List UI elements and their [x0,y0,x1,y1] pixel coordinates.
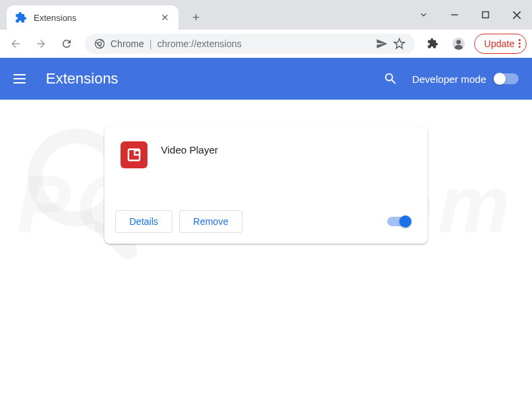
window-controls [408,0,532,30]
svg-point-12 [457,40,461,44]
toggle-knob [494,73,506,85]
address-host: Chrome [110,38,144,49]
remove-button[interactable]: Remove [179,210,242,233]
address-path: chrome://extensions [157,38,241,49]
content-area: Video Player Details Remove [0,100,532,271]
extension-app-icon [121,141,147,168]
forward-button[interactable] [31,34,51,54]
update-button[interactable]: Update [474,34,527,54]
svg-rect-3 [483,12,489,18]
profile-icon[interactable] [448,34,469,54]
send-icon[interactable] [376,38,388,50]
details-button[interactable]: Details [115,210,172,233]
window-title-bar: Extensions ✕ + [0,0,532,30]
star-icon[interactable] [393,38,405,50]
browser-tab[interactable]: Extensions ✕ [7,5,178,30]
toggle-knob [399,215,411,228]
card-footer: Details Remove [104,202,428,244]
chevron-down-icon[interactable] [408,1,439,28]
tab-title: Extensions [34,13,153,23]
puzzle-icon [15,11,27,24]
address-bar[interactable]: Chrome | chrome://extensions [85,34,415,54]
update-label: Update [484,38,514,49]
hamburger-menu-icon[interactable] [13,71,30,87]
close-window-button[interactable] [501,1,532,28]
page-title: Extensions [46,70,377,88]
extension-enable-toggle[interactable] [387,217,410,226]
svg-point-6 [95,39,104,48]
search-icon[interactable] [377,65,404,92]
svg-rect-14 [135,151,139,155]
address-separator: | [149,38,152,49]
new-tab-button[interactable]: + [187,8,205,27]
extensions-header: Extensions Developer mode [0,58,532,100]
extension-name: Video Player [161,141,218,168]
browser-toolbar: Chrome | chrome://extensions Update [0,30,532,58]
menu-dots-icon [519,39,521,48]
back-button[interactable] [5,34,26,54]
card-body: Video Player [104,127,428,202]
extension-card: Video Player Details Remove [104,127,428,244]
close-tab-icon[interactable]: ✕ [160,12,170,23]
developer-mode-label: Developer mode [412,73,486,85]
developer-mode-toggle[interactable] [494,73,519,84]
minimize-button[interactable] [439,1,470,28]
extensions-icon[interactable] [423,34,443,54]
chrome-icon [94,38,105,49]
maximize-button[interactable] [470,1,501,28]
reload-button[interactable] [57,34,77,54]
